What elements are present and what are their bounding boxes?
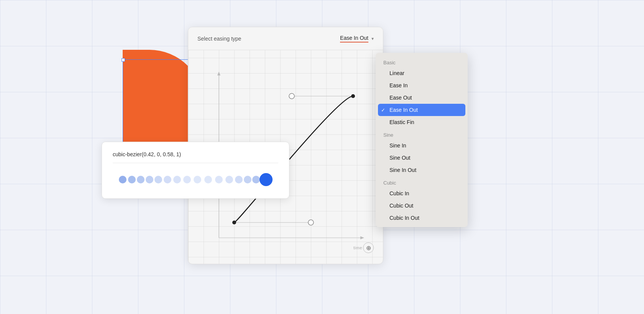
svg-point-12 xyxy=(137,176,145,183)
svg-marker-1 xyxy=(217,72,220,75)
dropdown-item-ease-out[interactable]: Ease Out xyxy=(376,92,468,104)
dropdown-item-elastic-fin[interactable]: Elastic Fin xyxy=(376,116,468,128)
dropdown-item-ease-in-out[interactable]: ✓ Ease In Out xyxy=(378,104,465,116)
bezier-formula: cubic-bezier(0.42, 0, 0.58, 1) xyxy=(113,151,278,163)
svg-point-21 xyxy=(225,176,233,183)
svg-point-9 xyxy=(351,94,355,98)
svg-point-25 xyxy=(260,173,273,186)
easing-header: Select easing type Ease In Out ▾ xyxy=(188,27,383,50)
svg-point-20 xyxy=(215,176,223,183)
dropdown-item-ease-in[interactable]: Ease In xyxy=(376,79,468,92)
svg-point-17 xyxy=(183,176,191,183)
svg-point-19 xyxy=(204,176,212,183)
dropdown-arrow-icon[interactable]: ▾ xyxy=(371,36,374,41)
animation-dots-row xyxy=(113,170,278,189)
svg-point-22 xyxy=(235,176,243,183)
easing-dropdown-menu: Basic Linear Ease In Ease Out ✓ Ease In … xyxy=(376,53,468,227)
svg-point-14 xyxy=(154,176,162,183)
dropdown-item-cubic-out[interactable]: Cubic Out xyxy=(376,200,468,212)
svg-point-23 xyxy=(244,176,251,183)
selection-handle xyxy=(122,58,125,62)
dropdown-item-linear[interactable]: Linear xyxy=(376,67,468,79)
dropdown-item-cubic-in[interactable]: Cubic In xyxy=(376,187,468,200)
dropdown-item-cubic-in-out[interactable]: Cubic In Out xyxy=(376,212,468,224)
svg-point-11 xyxy=(128,176,136,183)
easing-type-label: Select easing type xyxy=(197,36,340,42)
svg-point-24 xyxy=(252,176,260,183)
svg-point-6 xyxy=(308,220,314,225)
svg-point-18 xyxy=(194,176,201,183)
svg-point-16 xyxy=(173,176,181,183)
svg-marker-3 xyxy=(360,236,364,239)
svg-point-8 xyxy=(232,221,236,224)
info-card: cubic-bezier(0.42, 0, 0.58, 1) xyxy=(102,142,289,199)
svg-point-13 xyxy=(146,176,153,183)
easing-current-value[interactable]: Ease In Out xyxy=(340,35,368,43)
dropdown-section-cubic: Cubic xyxy=(376,176,468,187)
dropdown-section-sine: Sine xyxy=(376,128,468,139)
zoom-button[interactable]: ⊕ xyxy=(363,242,374,253)
time-axis-label: time xyxy=(353,245,362,250)
svg-point-15 xyxy=(164,176,171,183)
dropdown-item-sine-in[interactable]: Sine In xyxy=(376,139,468,152)
check-icon: ✓ xyxy=(381,107,385,113)
dropdown-item-sine-in-out[interactable]: Sine In Out xyxy=(376,164,468,176)
dropdown-item-sine-out[interactable]: Sine Out xyxy=(376,152,468,164)
dropdown-section-basic: Basic xyxy=(376,56,468,67)
svg-point-10 xyxy=(119,176,127,183)
dots-animation-svg xyxy=(113,170,274,189)
svg-point-7 xyxy=(289,93,294,99)
